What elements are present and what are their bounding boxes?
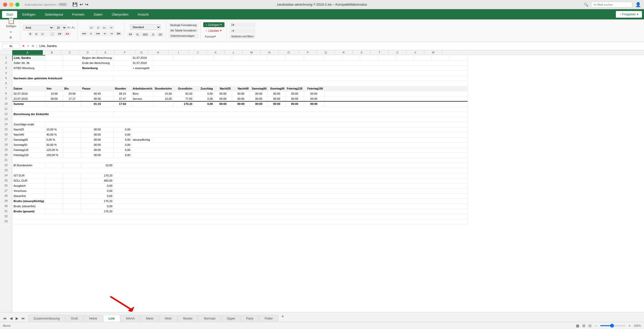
row-num-9[interactable]: 9 (0, 96, 12, 101)
rest-22[interactable] (114, 163, 467, 168)
cell-h10[interactable]: 170,33 (173, 101, 194, 106)
cell-a20[interactable]: Feiertag150 (13, 152, 45, 158)
cell-d17[interactable]: 00:00 (81, 137, 114, 142)
cell-d25[interactable]: 450,00 (81, 178, 114, 183)
rest-24[interactable] (114, 173, 467, 178)
cell-a5[interactable]: Nachweis über geleistete Arbeitszeit (13, 76, 114, 81)
font-family-select[interactable]: Arial (23, 25, 54, 30)
cell-g9[interactable]: 10,00 (154, 96, 173, 101)
cell-j1[interactable] (214, 55, 232, 60)
cell-d28[interactable]: 0,00 (81, 193, 114, 199)
col-header-a[interactable]: A (12, 50, 43, 55)
cell-e17[interactable]: 0,00 (114, 137, 132, 142)
cell-d20[interactable]: 00:00 (81, 152, 114, 158)
tab-link[interactable]: Link (103, 315, 120, 322)
cell-a7[interactable]: Datum (13, 86, 45, 91)
cell-d3[interactable]: Bemerkung (81, 65, 114, 71)
cell-a14[interactable]: Zuschläge exakt (13, 122, 45, 127)
cell-s1[interactable] (378, 55, 396, 60)
cell-a8[interactable]: 02.07.2018 (13, 91, 45, 96)
cell-c26[interactable] (63, 183, 81, 188)
row-num-6[interactable]: 6 (0, 81, 12, 86)
cell-a28[interactable]: Steuerfrei (13, 193, 45, 199)
rest-18[interactable] (132, 142, 467, 147)
row-num-23[interactable]: 23 (0, 168, 12, 173)
save-icon[interactable]: 💾 (72, 2, 78, 7)
tab-last-button[interactable]: ⏭ (20, 316, 26, 321)
cell-j10[interactable]: 00:00 (214, 101, 232, 106)
cell-i9[interactable]: 0,00 (194, 96, 214, 101)
cell-c22[interactable] (63, 163, 81, 168)
tab-first-button[interactable]: ⏮ (2, 316, 8, 321)
row-num-20[interactable]: 20 (0, 152, 12, 157)
cell-t1[interactable] (396, 55, 414, 60)
cell-o1[interactable] (304, 55, 324, 60)
cell-c8[interactable]: 20:00 (63, 91, 81, 96)
col-header-w[interactable]: W (424, 50, 442, 55)
increase-decimal-button[interactable]: .00 (156, 32, 164, 37)
cell-l10[interactable]: 00:00 (250, 101, 268, 106)
cell-f1[interactable]: 01.07.2018 (132, 55, 154, 60)
page-break-button[interactable]: ⊟ (588, 324, 592, 328)
cell-a24[interactable]: IST EUR (13, 173, 45, 178)
cell-c2[interactable] (63, 60, 81, 65)
cell-d18[interactable]: 00:00 (81, 142, 114, 147)
underline-button[interactable]: U (40, 32, 45, 36)
tab-party[interactable]: Party (241, 315, 259, 322)
cell-rest-9[interactable] (324, 96, 467, 101)
row-num-25[interactable]: 25 (0, 178, 12, 183)
cell-a29[interactable]: Brutto (steuerpflichtig) (13, 199, 45, 204)
align-left-top-button[interactable]: ≡↑ (88, 25, 95, 30)
row-num-2[interactable]: 2 (0, 60, 12, 65)
cell-d30[interactable]: 0,00 (81, 204, 114, 209)
cell-a2[interactable]: Zeller Str. 3b (13, 60, 45, 65)
rest-15[interactable] (132, 127, 467, 132)
cell-h7[interactable]: Grundlohn (173, 86, 194, 91)
fill-button[interactable]: ↓▾ (229, 28, 255, 33)
rest-27[interactable] (114, 188, 467, 193)
cell-c28[interactable] (63, 193, 81, 199)
maximize-button[interactable] (15, 3, 19, 7)
col-header-o[interactable]: O (278, 50, 299, 55)
cell-b8[interactable]: 10:00 (45, 91, 63, 96)
cell-a19[interactable]: Feiertag125 (13, 147, 45, 152)
fill-color-button[interactable]: A▾ (56, 31, 63, 36)
cell-b1[interactable] (45, 55, 63, 60)
cell-a9[interactable]: 23.07.2018 (13, 96, 45, 101)
cell-a22[interactable]: Ø Stundenlohn (13, 163, 45, 168)
row33[interactable] (13, 219, 467, 224)
cell-f8[interactable]: Büro (132, 91, 154, 96)
cell-c19[interactable] (63, 147, 81, 152)
cell-b19[interactable]: 125,00 % (45, 147, 63, 152)
col-header-r[interactable]: R (335, 50, 353, 55)
cell-h9[interactable]: 77,83 (173, 96, 194, 101)
percent-button[interactable]: % (134, 32, 141, 37)
rest-28[interactable] (114, 193, 467, 199)
tab-oppel[interactable]: Oppel (221, 315, 240, 322)
cell-c27[interactable] (63, 188, 81, 193)
row32[interactable] (13, 214, 467, 219)
row-num-16[interactable]: 16 (0, 132, 12, 137)
rest-31[interactable] (114, 209, 467, 214)
cell-c18[interactable] (63, 142, 81, 147)
menu-formeln[interactable]: Formeln (68, 11, 89, 18)
cell-c16[interactable] (63, 132, 81, 137)
cell-a12[interactable]: Berechnung der Einkünfte (13, 112, 114, 117)
row-num-22[interactable]: 22 (0, 162, 12, 168)
cell-e18[interactable]: 0,00 (114, 142, 132, 147)
row-num-14[interactable]: 14 (0, 122, 12, 127)
cell-b10[interactable] (45, 101, 63, 106)
col-header-c[interactable]: C (61, 50, 79, 55)
cell-a15[interactable]: Nacht25 (13, 127, 45, 132)
cell-m1[interactable] (268, 55, 286, 60)
cell-f7[interactable]: Arbeitsbereich (132, 86, 154, 91)
cell-a26[interactable]: Ausgleich (13, 183, 45, 188)
cell-g1[interactable] (154, 55, 173, 60)
col-header-b[interactable]: B (43, 50, 61, 55)
cell-g2-w2[interactable] (154, 60, 467, 65)
row-num-17[interactable]: 17 (0, 137, 12, 142)
cell-b31[interactable] (45, 209, 63, 214)
cell-a25[interactable]: SOLL EUR (13, 178, 45, 183)
rest-16[interactable] (132, 132, 467, 137)
cell-d1[interactable]: Beginn der Abrechnung: (81, 55, 114, 60)
